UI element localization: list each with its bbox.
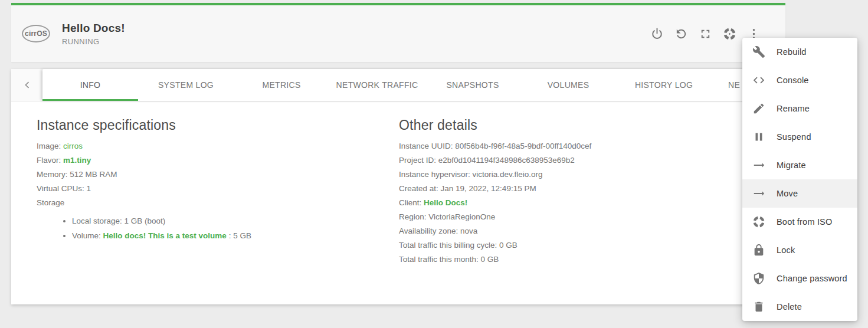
cirros-logo-icon: cirrOS	[22, 25, 50, 42]
instance-actions-menu: Rebuild Console Rename Suspend Migrate M…	[742, 38, 857, 321]
arrow-right-icon	[752, 158, 766, 172]
tab-metrics[interactable]: METRICS	[234, 69, 329, 101]
instance-header: cirrOS Hello Docs! RUNNING	[11, 3, 785, 62]
menu-item-label: Console	[777, 76, 809, 85]
fullscreen-button[interactable]	[698, 27, 712, 41]
menu-item-label: Rename	[777, 104, 810, 113]
volume-item: Volume: Hello docs! This is a test volum…	[72, 228, 367, 243]
code-icon	[752, 73, 766, 87]
tab-snapshots[interactable]: SNAPSHOTS	[425, 69, 520, 101]
boot-iso-icon	[723, 27, 736, 41]
section-title: Other details	[399, 117, 753, 133]
instance-specifications-section: Instance specifications Image: cirros Fl…	[37, 117, 367, 243]
fullscreen-icon	[699, 27, 712, 41]
instance-detail-card: INFO SYSTEM LOG METRICS NETWORK TRAFFIC …	[11, 69, 785, 304]
spec-row-vcpus: Virtual CPUs: 1	[37, 182, 367, 196]
boot-iso-icon	[752, 215, 766, 229]
boot-iso-button[interactable]	[722, 27, 736, 41]
pause-icon	[752, 130, 766, 144]
menu-item-label: Move	[777, 189, 798, 198]
flavor-label: Flavor:	[37, 156, 61, 165]
menu-item-label: Change password	[777, 274, 847, 283]
tab-network-traffic[interactable]: NETWORK TRAFFIC	[329, 69, 425, 101]
image-label: Image:	[37, 142, 61, 150]
image-link[interactable]: cirros	[63, 142, 83, 150]
menu-item-label: Suspend	[777, 132, 811, 142]
menu-item-boot-from-iso[interactable]: Boot from ISO	[742, 208, 857, 236]
menu-item-label: Rebuild	[777, 47, 807, 57]
detail-row-traffic-month: Total traffic this month: 0 GB	[399, 252, 753, 267]
detail-row-project: Project ID: e2bf0d1041194f348986c638953e…	[399, 153, 753, 168]
pencil-icon	[752, 101, 766, 116]
spec-row-image: Image: cirros	[37, 139, 367, 153]
client-link[interactable]: Hello Docs!	[424, 198, 467, 207]
menu-item-console[interactable]: Console	[742, 66, 857, 94]
detail-row-az: Availability zone: nova	[399, 224, 753, 238]
menu-item-suspend[interactable]: Suspend	[742, 123, 857, 151]
status-badge: RUNNING	[62, 37, 125, 46]
menu-item-label: Lock	[777, 245, 795, 255]
detail-row-client: Client: Hello Docs!	[399, 196, 753, 210]
spec-row-memory: Memory: 512 MB RAM	[37, 168, 367, 182]
detail-row-created: Created at: Jan 19, 2022, 12:49:15 PM	[399, 182, 753, 196]
tab-history-log[interactable]: HISTORY LOG	[616, 69, 712, 101]
detail-row-uuid: Instance UUID: 80f56b4b-f96f-48a5-9bdf-0…	[399, 139, 753, 153]
lock-icon	[752, 243, 766, 257]
tab-volumes[interactable]: VOLUMES	[520, 69, 616, 101]
arrow-right-icon	[752, 186, 766, 201]
title-block: Hello Docs! RUNNING	[62, 22, 125, 46]
menu-item-change-password[interactable]: Change password	[742, 264, 857, 293]
trash-icon	[752, 300, 766, 314]
local-storage-item: Local storage: 1 GB (boot)	[72, 214, 367, 228]
client-label: Client:	[399, 198, 421, 207]
menu-item-migrate[interactable]: Migrate	[742, 151, 857, 179]
refresh-icon	[674, 27, 688, 41]
tab-info[interactable]: INFO	[42, 69, 138, 101]
volume-link[interactable]: Hello docs! This is a test volume	[103, 231, 227, 240]
flavor-link[interactable]: m1.tiny	[63, 156, 91, 165]
tabs-scroll-left-button[interactable]	[11, 69, 42, 101]
volume-size: : 5 GB	[229, 231, 251, 240]
spec-row-flavor: Flavor: m1.tiny	[37, 153, 367, 168]
tabs-strip: INFO SYSTEM LOG METRICS NETWORK TRAFFIC …	[42, 69, 785, 101]
section-title: Instance specifications	[37, 117, 367, 133]
menu-item-rename[interactable]: Rename	[742, 94, 857, 123]
tab-bar: INFO SYSTEM LOG METRICS NETWORK TRAFFIC …	[11, 69, 785, 101]
menu-item-label: Delete	[777, 302, 802, 311]
instance-title: Hello Docs!	[62, 22, 125, 35]
volume-label: Volume:	[72, 231, 101, 240]
menu-item-label: Boot from ISO	[777, 217, 832, 227]
menu-item-label: Migrate	[777, 160, 806, 170]
power-button[interactable]	[650, 27, 664, 41]
tab-system-log[interactable]: SYSTEM LOG	[138, 69, 234, 101]
shield-icon	[752, 271, 766, 286]
power-icon	[650, 27, 664, 41]
detail-row-hypervisor: Instance hypervisor: victoria.dev.fleio.…	[399, 168, 753, 182]
spec-row-storage: Storage	[37, 196, 367, 210]
reboot-button[interactable]	[674, 27, 688, 41]
storage-list: Local storage: 1 GB (boot) Volume: Hello…	[37, 214, 367, 243]
menu-item-rebuild[interactable]: Rebuild	[742, 38, 857, 66]
menu-item-delete[interactable]: Delete	[742, 293, 857, 321]
menu-item-lock[interactable]: Lock	[742, 236, 857, 264]
menu-item-move[interactable]: Move	[742, 179, 857, 208]
wrench-icon	[752, 45, 766, 59]
active-tab-indicator	[42, 99, 138, 101]
detail-row-region: Region: VictoriaRegionOne	[399, 210, 753, 224]
chevron-left-icon	[21, 79, 33, 91]
detail-row-traffic-cycle: Total traffic this billing cycle: 0 GB	[399, 238, 753, 252]
other-details-section: Other details Instance UUID: 80f56b4b-f9…	[399, 117, 753, 267]
